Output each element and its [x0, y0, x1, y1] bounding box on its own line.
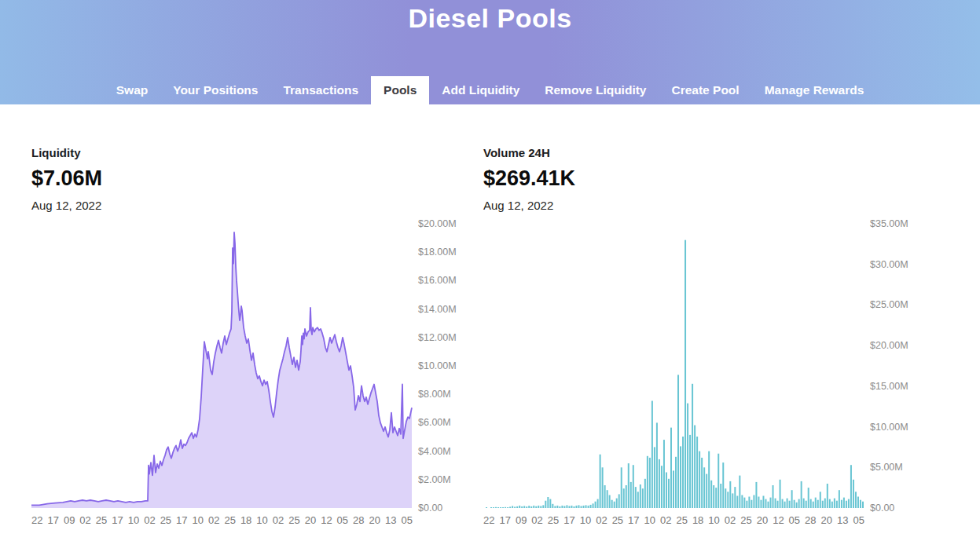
x-tick-label: 28 — [805, 514, 816, 526]
x-tick-label: 22 — [31, 514, 42, 526]
x-tick-label: 28 — [353, 514, 364, 526]
tab-transactions[interactable]: Transactions — [270, 76, 371, 104]
x-tick-label: 09 — [64, 514, 75, 526]
y-tick-label: $10.00M — [870, 422, 908, 433]
x-tick-label: 10 — [193, 514, 204, 526]
y-tick-label: $18.00M — [418, 247, 457, 258]
x-tick-label: 13 — [385, 514, 396, 526]
y-tick-label: $12.00M — [418, 332, 457, 343]
x-tick-label: 20 — [821, 514, 832, 526]
y-tick-label: $0.00 — [870, 503, 894, 514]
x-tick-label: 12 — [321, 514, 332, 526]
x-tick-label: 25 — [288, 514, 299, 526]
page-title: Diesel Pools — [408, 3, 571, 34]
volume-current-value: $269.41K — [483, 166, 927, 191]
x-tick-label: 12 — [773, 514, 784, 526]
tab-your-positions[interactable]: Your Positions — [160, 76, 270, 104]
y-tick-label: $35.00M — [870, 218, 908, 229]
x-tick-label: 25 — [96, 514, 107, 526]
x-tick-label: 02 — [531, 514, 542, 526]
x-tick-label: 10 — [644, 514, 655, 526]
tab-add-liquidity[interactable]: Add Liquidity — [429, 76, 532, 104]
x-tick-label: 18 — [240, 514, 251, 526]
volume-card: Volume 24H $269.41K Aug 12, 2022 $35.00M… — [483, 146, 927, 526]
x-tick-label: 13 — [837, 514, 848, 526]
x-tick-label: 20 — [369, 514, 380, 526]
liquidity-current-value: $7.06M — [31, 166, 475, 191]
x-tick-label: 10 — [708, 514, 719, 526]
x-tick-label: 05 — [789, 514, 800, 526]
x-tick-label: 09 — [516, 514, 527, 526]
x-tick-label: 18 — [692, 514, 703, 526]
x-tick-label: 25 — [676, 514, 687, 526]
volume-bar-chart[interactable] — [483, 221, 864, 509]
y-tick-label: $4.00M — [418, 446, 451, 457]
tab-swap[interactable]: Swap — [104, 76, 160, 104]
x-tick-label: 22 — [483, 514, 494, 526]
x-tick-label: 02 — [208, 514, 219, 526]
y-tick-label: $25.00M — [870, 299, 908, 310]
y-tick-label: $30.00M — [870, 259, 908, 270]
x-tick-label: 25 — [548, 514, 559, 526]
x-tick-label: 10 — [256, 514, 267, 526]
x-tick-label: 17 — [628, 514, 639, 526]
y-tick-label: $2.00M — [418, 474, 451, 485]
x-tick-label: 17 — [47, 514, 58, 526]
y-tick-label: $5.00M — [870, 462, 903, 473]
x-tick-label: 17 — [176, 514, 187, 526]
liquidity-area-chart[interactable] — [31, 221, 413, 509]
volume-y-axis: $35.00M$30.00M$25.00M$20.00M$15.00M$10.0… — [864, 221, 926, 509]
x-tick-label: 02 — [596, 514, 607, 526]
liquidity-card: Liquidity $7.06M Aug 12, 2022 $20.00M$18… — [31, 146, 475, 526]
liquidity-y-axis: $20.00M$18.00M$16.00M$14.00M$12.00M$10.0… — [413, 221, 474, 509]
x-tick-label: 02 — [725, 514, 736, 526]
liquidity-x-axis: 2217090225171002251710022518100225201205… — [31, 514, 413, 526]
volume-x-axis: 2217090225171002251710022518100225201205… — [483, 514, 864, 526]
x-tick-label: 02 — [660, 514, 671, 526]
tab-remove-liquidity[interactable]: Remove Liquidity — [532, 76, 659, 104]
tab-bar: SwapYour PositionsTransactionsPoolsAdd L… — [104, 76, 877, 104]
x-tick-label: 10 — [580, 514, 591, 526]
y-tick-label: $20.00M — [870, 340, 908, 351]
x-tick-label: 05 — [853, 514, 864, 526]
x-tick-label: 25 — [612, 514, 623, 526]
x-tick-label: 25 — [160, 514, 171, 526]
volume-chart-title: Volume 24H — [483, 146, 927, 159]
x-tick-label: 25 — [740, 514, 751, 526]
y-tick-label: $15.00M — [870, 381, 908, 392]
x-tick-label: 20 — [757, 514, 768, 526]
x-tick-label: 17 — [499, 514, 510, 526]
x-tick-label: 20 — [305, 514, 316, 526]
charts-section: Liquidity $7.06M Aug 12, 2022 $20.00M$18… — [31, 146, 980, 526]
x-tick-label: 02 — [273, 514, 284, 526]
y-tick-label: $10.00M — [418, 360, 457, 371]
y-tick-label: $0.00 — [418, 503, 442, 514]
x-tick-label: 25 — [224, 514, 235, 526]
y-tick-label: $8.00M — [418, 389, 451, 400]
liquidity-chart-title: Liquidity — [31, 146, 475, 159]
y-tick-label: $14.00M — [418, 304, 457, 315]
tab-create-pool[interactable]: Create Pool — [659, 76, 751, 104]
y-tick-label: $20.00M — [418, 218, 457, 229]
header: Diesel Pools SwapYour PositionsTransacti… — [0, 0, 980, 104]
liquidity-date: Aug 12, 2022 — [31, 199, 475, 212]
tab-manage-rewards[interactable]: Manage Rewards — [752, 76, 877, 104]
y-tick-label: $16.00M — [418, 275, 457, 286]
x-tick-label: 05 — [401, 514, 412, 526]
x-tick-label: 02 — [79, 514, 90, 526]
y-tick-label: $6.00M — [418, 417, 451, 428]
x-tick-label: 17 — [112, 514, 123, 526]
x-tick-label: 10 — [128, 514, 139, 526]
x-tick-label: 02 — [144, 514, 155, 526]
volume-date: Aug 12, 2022 — [483, 199, 927, 212]
tab-pools[interactable]: Pools — [371, 76, 429, 104]
x-tick-label: 05 — [337, 514, 348, 526]
x-tick-label: 17 — [563, 514, 574, 526]
